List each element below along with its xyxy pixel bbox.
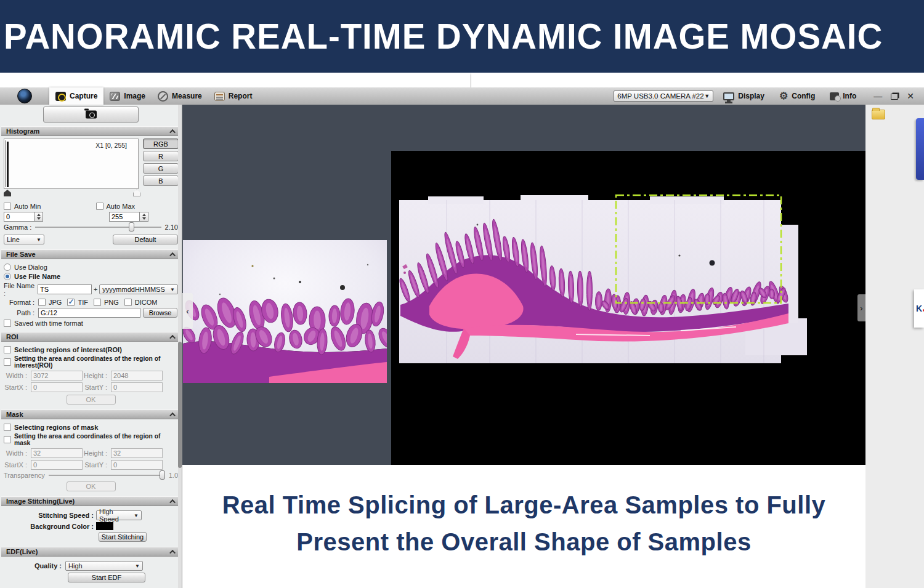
channel-rgb-button[interactable]: RGB	[143, 139, 179, 149]
start-stitching-button[interactable]: Start Stitching	[99, 532, 147, 542]
expand-right-tab[interactable]: ›	[857, 294, 865, 321]
desktop-shortcut-partial-icon[interactable]	[916, 118, 924, 180]
file-save-panel-header[interactable]: File Save	[1, 249, 180, 259]
chevron-down-icon: ▼	[170, 287, 175, 292]
white-level-handle[interactable]	[133, 190, 140, 196]
roi-select-checkbox[interactable]: Selecting regions of interest(ROI)	[4, 346, 178, 353]
mask-width-input[interactable]	[31, 448, 83, 458]
histogram-plot[interactable]: X1 [0, 255]	[4, 139, 139, 189]
stitching-speed-dropdown[interactable]: High Speed▼	[96, 510, 142, 520]
desktop-logo-card[interactable]: K	[914, 289, 924, 328]
roi-starty-input[interactable]	[111, 382, 163, 392]
mask-height-input[interactable]	[111, 448, 163, 458]
control-sidebar: Histogram X1 [0, 255] RGB R G B	[0, 105, 182, 588]
tab-capture[interactable]: Capture	[49, 87, 103, 105]
time-format-checkbox[interactable]: Saved with time format	[4, 320, 178, 327]
start-edf-button[interactable]: Start EDF	[68, 573, 145, 582]
mask-panel-header[interactable]: Mask	[1, 409, 180, 419]
partial-logo-text: K	[914, 304, 922, 313]
chevron-down-icon: ▼	[134, 513, 139, 518]
roi-startx-input[interactable]	[31, 382, 83, 392]
caption-line-2: Present the Overall Shape of Samples	[182, 523, 865, 560]
close-button[interactable]: ✕	[907, 92, 914, 100]
format-png-checkbox[interactable]: PNG	[94, 299, 119, 306]
restore-button[interactable]	[891, 94, 898, 100]
format-dicom-checkbox[interactable]: DICOM	[124, 299, 158, 306]
sidebar-scrollbar[interactable]	[178, 105, 182, 588]
file-name-label: File Name :	[4, 282, 38, 297]
mask-starty-input[interactable]	[111, 460, 163, 470]
tab-capture-label: Capture	[70, 92, 97, 100]
gamma-handle[interactable]	[129, 222, 134, 232]
max-level-input[interactable]	[109, 212, 140, 222]
roi-width-input[interactable]	[31, 371, 83, 381]
transparency-handle[interactable]	[160, 470, 165, 480]
roi-panel-header[interactable]: ROI	[1, 332, 180, 342]
mask-select-checkbox[interactable]: Selecting regions of mask	[4, 424, 178, 431]
ribbon-tabs: Capture Image Measure Report	[49, 87, 258, 105]
collapse-left-tab[interactable]: ‹	[182, 293, 193, 329]
live-preview-image[interactable]	[183, 240, 387, 383]
timestamp-format-dropdown[interactable]: yyyymmddHHMMSS▼	[99, 284, 178, 294]
mask-starty-label: StartY :	[83, 461, 111, 469]
checkbox-icon	[4, 346, 11, 353]
background-color-label: Background Color :	[4, 523, 96, 530]
scrollbar-thumb[interactable]	[178, 342, 182, 468]
camera-select-dropdown[interactable]: 6MP USB3.0 CAMERA #22 ▼	[614, 91, 713, 102]
curve-type-dropdown[interactable]: Line▼	[4, 235, 44, 244]
mosaic-canvas[interactable]	[391, 151, 865, 465]
channel-g-button[interactable]: G	[143, 163, 179, 174]
config-button[interactable]: ⚙ Config	[774, 91, 820, 101]
histogram-panel-header[interactable]: Histogram	[1, 126, 180, 136]
chevron-down-icon: ▼	[135, 563, 140, 569]
image-photo-icon	[110, 92, 120, 101]
mask-startx-input[interactable]	[31, 460, 83, 470]
edf-quality-dropdown[interactable]: High▼	[65, 561, 143, 571]
gamma-slider[interactable]	[35, 227, 161, 228]
tab-measure[interactable]: Measure	[152, 87, 208, 105]
stitching-panel-header[interactable]: Image Stitching(Live)	[1, 496, 180, 506]
transparency-slider[interactable]	[49, 475, 165, 476]
checkbox-icon	[94, 299, 101, 306]
tab-image[interactable]: Image	[103, 87, 152, 105]
mask-setting-checkbox[interactable]: Setting the area and coordinates of the …	[4, 433, 178, 446]
chevron-down-icon: ▼	[36, 237, 41, 243]
min-spinner[interactable]	[34, 212, 43, 222]
display-monitor-icon	[723, 92, 734, 100]
format-tif-checkbox[interactable]: TIF	[67, 299, 88, 306]
tab-report[interactable]: Report	[208, 87, 259, 105]
auto-max-checkbox[interactable]: Auto Max	[96, 203, 135, 210]
snapshot-button[interactable]	[43, 107, 139, 123]
info-button[interactable]: Info	[825, 92, 861, 100]
use-dialog-radio[interactable]: Use Dialog	[4, 264, 178, 271]
roi-startx-label: StartX :	[4, 384, 31, 391]
max-spinner[interactable]	[140, 212, 148, 222]
channel-b-button[interactable]: B	[143, 175, 179, 186]
format-jpg-checkbox[interactable]: JPG	[38, 299, 62, 306]
checkbox-icon	[4, 424, 11, 431]
mask-ok-button[interactable]: OK	[67, 481, 116, 491]
file-save-title: File Save	[6, 251, 36, 258]
browse-button[interactable]: Browse	[143, 308, 177, 318]
default-button[interactable]: Default	[113, 235, 178, 244]
format-label: Format :	[4, 299, 38, 306]
channel-r-button[interactable]: R	[143, 151, 179, 161]
display-button[interactable]: Display	[718, 92, 769, 100]
use-file-name-radio[interactable]: Use File Name	[4, 273, 178, 280]
roi-ok-button[interactable]: OK	[67, 395, 116, 405]
roi-select-label: Selecting regions of interest(ROI)	[14, 346, 122, 353]
minimize-button[interactable]: —	[873, 92, 882, 100]
histogram-axis	[6, 140, 6, 187]
auto-min-checkbox[interactable]: Auto Min	[4, 203, 41, 210]
roi-height-input[interactable]	[111, 371, 163, 381]
roi-setting-checkbox[interactable]: Setting the area and coordinates of the …	[4, 355, 178, 369]
folder-icon[interactable]	[872, 110, 885, 119]
edf-panel-header[interactable]: EDF(Live)	[1, 547, 180, 557]
time-format-label: Saved with time format	[14, 320, 83, 327]
min-level-input[interactable]	[4, 212, 34, 222]
black-level-handle[interactable]	[4, 190, 11, 196]
background-color-swatch[interactable]	[96, 522, 113, 530]
chevron-down-icon: ▼	[704, 93, 710, 99]
file-name-input[interactable]	[38, 284, 92, 294]
path-input[interactable]	[38, 308, 140, 318]
